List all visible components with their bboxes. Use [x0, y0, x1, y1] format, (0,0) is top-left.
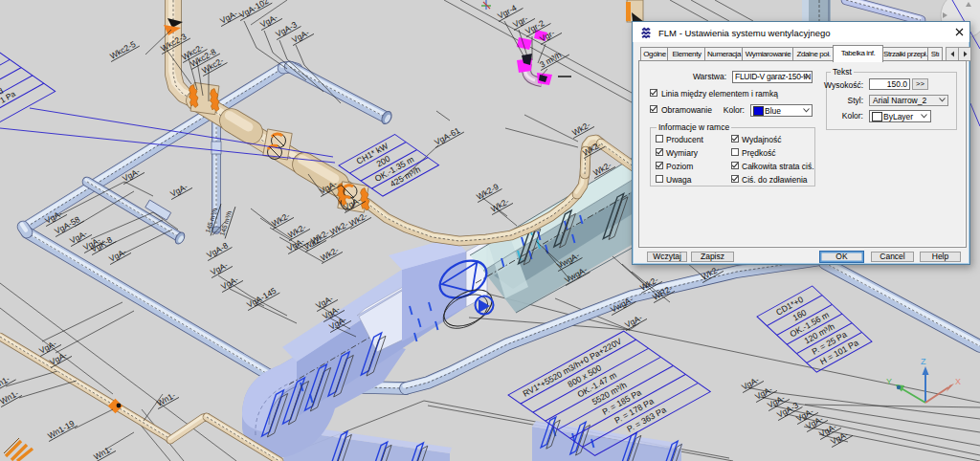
svg-text:Z: Z — [921, 357, 926, 366]
svg-text:X: X — [955, 377, 961, 386]
svg-text:Y: Y — [886, 377, 892, 386]
